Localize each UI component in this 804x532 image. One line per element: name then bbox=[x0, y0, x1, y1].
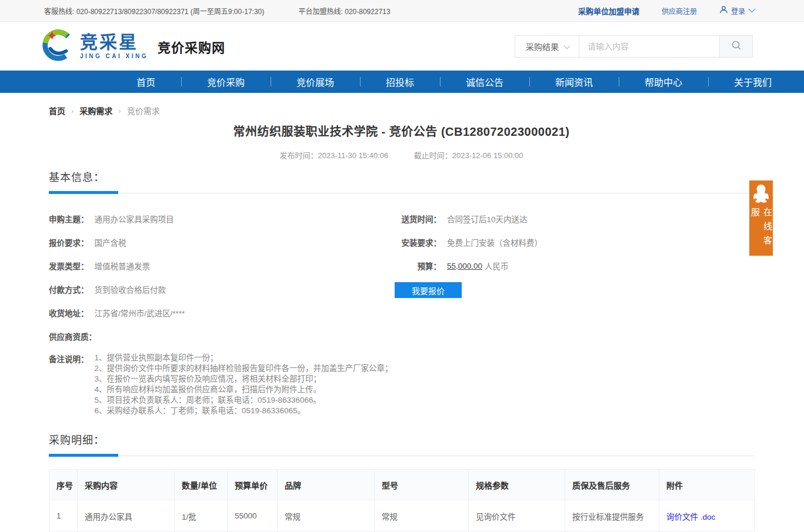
online-service-tab[interactable]: 在线客服 bbox=[749, 180, 773, 256]
col-quantity-unit: 数量/单位 bbox=[175, 470, 228, 500]
site-header: 竞采星 JING CAI XING 竞价采购网 采购结果 bbox=[0, 22, 804, 71]
remark-item: 1、提供营业执照副本复印件一份； bbox=[95, 353, 393, 363]
cell-quantity-unit: 1/批 bbox=[175, 500, 228, 532]
purchase-detail-table: 序号 采购内容 数量/单位 预算单价 品牌 型号 规格参数 质保及售后服务 附件… bbox=[49, 469, 755, 532]
remark-item: 3、在报价一览表内填写报价及响应情况，将相关材料全部打印； bbox=[95, 374, 393, 384]
field-payment-method: 付款方式： 货到验收合格后付款 bbox=[49, 277, 393, 301]
breadcrumb-separator: › bbox=[71, 106, 74, 115]
remark-item: 5、项目技术负责联系人：周老师；联系电话：0519-86336066。 bbox=[95, 395, 393, 406]
basic-info-grid: 申购主题： 通用办公家具采购项目 报价要求： 国产含税 发票类型： 增值税普通发… bbox=[49, 207, 754, 416]
supplier-register-link[interactable]: 供应商注册 bbox=[662, 6, 697, 16]
chevron-down-icon bbox=[748, 6, 756, 15]
search-input[interactable] bbox=[579, 36, 719, 57]
col-attachment: 附件 bbox=[659, 470, 755, 500]
col-specs: 规格参数 bbox=[469, 470, 565, 500]
notice-times: 发布时间：2023-11-30 15:40:06 截止时间：2023-12-06… bbox=[49, 149, 754, 160]
site-name: 竞价采购网 bbox=[158, 37, 225, 56]
section-divider bbox=[49, 454, 754, 457]
basic-info-section-title: 基本信息： bbox=[49, 169, 754, 184]
attachment-link[interactable]: 询价文件 .doc bbox=[666, 513, 715, 521]
field-installation-requirement: 安装要求： 免费上门安装（含材料费） bbox=[393, 230, 754, 254]
quote-now-button[interactable]: 我要报价 bbox=[395, 282, 462, 298]
remark-list: 1、提供营业执照副本复印件一份； 2、提供询价文件中所要求的材料抽样检验报告复印… bbox=[95, 353, 393, 416]
service-hotline: 客服热线: 020-80922713/80922307/80922371 (周一… bbox=[44, 8, 264, 16]
col-model: 型号 bbox=[375, 470, 469, 500]
search-icon bbox=[731, 40, 742, 52]
col-brand: 品牌 bbox=[278, 470, 375, 500]
brand-name-cn: 竞采星 bbox=[80, 34, 148, 51]
search-button[interactable] bbox=[719, 36, 752, 57]
nav-item-bidding-hall[interactable]: 竞价展场 bbox=[271, 71, 360, 93]
search-category-value: 采购结果 bbox=[526, 41, 559, 52]
field-quote-requirement: 报价要求： 国产含税 bbox=[49, 230, 393, 254]
nav-item-about-us[interactable]: 关于我们 bbox=[708, 71, 798, 93]
page-title: 常州纺织服装职业技术学院 - 竞价公告 (CB128072023000021) bbox=[49, 122, 754, 139]
field-invoice-type: 发票类型： 增值税普通发票 bbox=[49, 254, 393, 277]
brand-name-en: JING CAI XING bbox=[80, 53, 148, 59]
breadcrumb: 首页 › 采购需求 › 竞价需求 bbox=[49, 105, 754, 116]
field-budget: 预算： 55,000.00 人民币 bbox=[393, 254, 754, 277]
cell-brand: 常规 bbox=[278, 500, 375, 532]
platform-hotline: 平台加盟热线: 020-80922713 bbox=[299, 8, 391, 16]
nav-item-help-center[interactable]: 帮助中心 bbox=[619, 71, 708, 93]
user-icon bbox=[719, 5, 728, 16]
nav-item-tenders[interactable]: 招投标 bbox=[360, 71, 440, 93]
cell-warranty-service: 按行业标准提供服务 bbox=[565, 500, 659, 532]
col-budget-unit-price: 预算单价 bbox=[228, 470, 278, 500]
table-header-row: 序号 采购内容 数量/单位 预算单价 品牌 型号 规格参数 质保及售后服务 附件 bbox=[49, 470, 755, 500]
brand-text: 竞采星 JING CAI XING bbox=[80, 34, 148, 59]
breadcrumb-current: 竞价需求 bbox=[127, 105, 160, 116]
remark-item: 4、所有响应材料均加盖报价供应商公章，扫描后作为附件上传。 bbox=[95, 384, 393, 395]
field-remarks: 备注说明： 1、提供营业执照副本复印件一份； 2、提供询价文件中所要求的材料抽样… bbox=[49, 353, 393, 416]
nav-item-home[interactable]: 首页 bbox=[111, 71, 181, 93]
detail-section-title: 采购明细： bbox=[49, 431, 754, 447]
search-bar: 采购结果 bbox=[515, 35, 753, 58]
purchaser-join-link[interactable]: 采购单位加盟申请 bbox=[578, 5, 639, 16]
brand[interactable]: 竞采星 JING CAI XING 竞价采购网 bbox=[40, 27, 225, 66]
nav-item-news[interactable]: 新闻资讯 bbox=[529, 71, 619, 93]
table-row: 1 通用办公家具 1/批 55000 常规 常规 见询价文件 按行业标准提供服务… bbox=[49, 500, 755, 532]
breadcrumb-separator: › bbox=[118, 106, 121, 115]
hotline-group: 客服热线: 020-80922713/80922307/80922371 (周一… bbox=[44, 6, 423, 16]
remark-item: 6、采购经办联系人：丁老师；联系电话：0519-86336065。 bbox=[95, 406, 393, 416]
cell-seq: 1 bbox=[49, 500, 78, 532]
chevron-down-icon bbox=[563, 42, 571, 51]
online-service-label: 在线客服 bbox=[749, 208, 773, 256]
budget-currency: 人民币 bbox=[485, 260, 509, 272]
main-nav: 首页 竞价采购 竞价展场 招投标 诚信公告 新闻资讯 帮助中心 关于我们 bbox=[0, 71, 804, 93]
budget-amount: 55,000.00 bbox=[447, 262, 482, 270]
search-category-dropdown[interactable]: 采购结果 bbox=[515, 36, 579, 57]
nav-item-bidding-purchase[interactable]: 竞价采购 bbox=[181, 71, 271, 93]
cell-budget-unit-price: 55000 bbox=[228, 500, 278, 532]
publish-time: 发布时间：2023-11-30 15:40:06 bbox=[279, 151, 388, 160]
remark-item: 2、提供询价文件中所要求的材料抽样检验报告复印件各一份，并加盖生产厂家公章； bbox=[95, 363, 393, 374]
field-delivery-address: 收货地址： 江苏省/常州市/武进区/**** bbox=[49, 301, 393, 324]
col-content: 采购内容 bbox=[78, 470, 175, 500]
nav-item-integrity-notice[interactable]: 诚信公告 bbox=[440, 71, 529, 93]
breadcrumb-home[interactable]: 首页 bbox=[49, 105, 65, 116]
login-label: 登录 bbox=[731, 6, 745, 16]
login-button[interactable]: 登录 bbox=[719, 5, 756, 16]
section-divider bbox=[49, 191, 754, 194]
col-warranty-service: 质保及售后服务 bbox=[565, 470, 659, 500]
qq-icon bbox=[753, 184, 769, 205]
main-content: 首页 › 采购需求 › 竞价需求 常州纺织服装职业技术学院 - 竞价公告 (CB… bbox=[49, 105, 754, 532]
cell-specs: 见询价文件 bbox=[469, 500, 565, 532]
breadcrumb-purchase-demand[interactable]: 采购需求 bbox=[79, 105, 112, 116]
field-supplier-qualification: 供应商资质： bbox=[49, 324, 393, 348]
cell-content: 通用办公家具 bbox=[78, 500, 175, 532]
field-subject: 申购主题： 通用办公家具采购项目 bbox=[49, 207, 393, 230]
top-utility-bar: 客服热线: 020-80922713/80922307/80922371 (周一… bbox=[0, 0, 804, 22]
col-seq: 序号 bbox=[49, 470, 78, 500]
field-delivery-time: 送货时间： 合同签订后10天内送达 bbox=[393, 207, 754, 230]
logo-icon bbox=[40, 27, 76, 66]
cell-model: 常规 bbox=[375, 500, 469, 532]
deadline-time: 截止时间：2023-12-06 15:00:00 bbox=[414, 151, 523, 160]
